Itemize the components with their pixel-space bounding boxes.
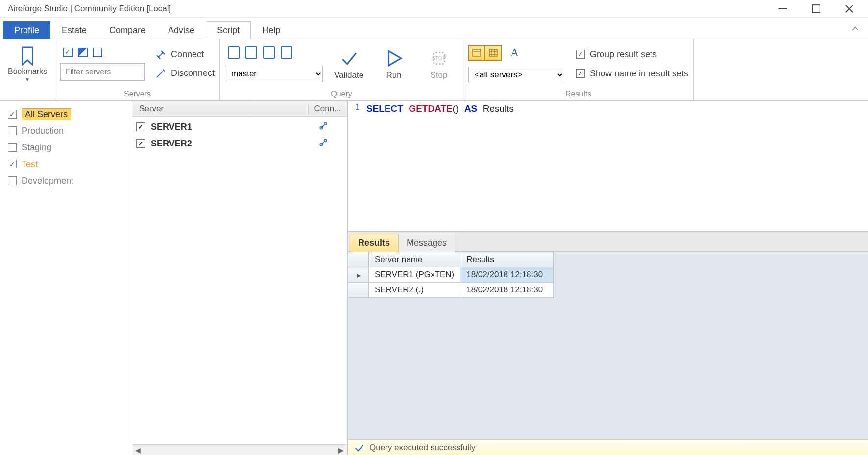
query-caption: Query (220, 89, 463, 100)
bookmarks-label[interactable]: Bookmarks (8, 67, 47, 76)
minimize-icon[interactable] (778, 4, 788, 14)
checkbox-icon: ✓ (8, 110, 17, 119)
checkbox-icon (8, 176, 17, 185)
row-header-corner (348, 252, 369, 267)
col-results[interactable]: Results (460, 252, 554, 267)
database-select[interactable]: master (225, 66, 323, 82)
text-results-icon[interactable]: A (506, 46, 519, 59)
group-results-checkbox[interactable]: ✓ Group result sets (576, 49, 688, 60)
table-view-icon[interactable] (485, 45, 502, 61)
checkbox-icon[interactable]: ✓ (136, 139, 145, 148)
svg-point-14 (320, 126, 322, 129)
env-item-development[interactable]: Development (8, 172, 124, 189)
maximize-icon[interactable] (811, 4, 821, 14)
servers-caption: Servers (55, 89, 219, 100)
result-row[interactable]: SERVER1 (PGxTEN) 18/02/2018 12:18:30 (348, 267, 554, 283)
svg-rect-1 (812, 5, 820, 13)
connect-button[interactable]: Connect (155, 49, 215, 60)
result-row[interactable]: SERVER2 (.) 18/02/2018 12:18:30 (348, 283, 554, 298)
svg-point-15 (324, 122, 327, 125)
checkbox-icon (8, 143, 17, 152)
menu-script[interactable]: Script (206, 21, 251, 39)
results-caption: Results (463, 89, 693, 100)
show-name-checkbox[interactable]: ✓ Show name in result sets (576, 69, 688, 79)
sql-code[interactable]: SELECT GETDATE() AS Results (362, 101, 868, 231)
row-header[interactable] (348, 267, 369, 283)
stop-icon: STOP (429, 48, 449, 69)
result-grid[interactable]: Server name Results SERVER1 (PGxTEN) 18/… (348, 252, 554, 298)
success-icon (354, 442, 364, 453)
open-query-icon[interactable] (245, 46, 257, 59)
menu-compare[interactable]: Compare (98, 21, 157, 39)
env-item-production[interactable]: Production (8, 122, 124, 139)
ribbon-collapse-icon[interactable] (843, 21, 868, 39)
menu-help[interactable]: Help (251, 21, 291, 39)
server-list-header: Server Conn... (132, 101, 347, 117)
env-item-staging[interactable]: Staging (8, 139, 124, 156)
invert-selection-icon[interactable] (78, 48, 88, 57)
ribbon-group-servers: Connect Disconnect Servers (55, 39, 220, 100)
main-panel: 1 SELECT GETDATE() AS Results Results Me… (348, 101, 868, 455)
stop-button: STOP Stop (420, 48, 458, 80)
menu-estate[interactable]: Estate (50, 21, 98, 39)
checkbox-icon[interactable]: ✓ (136, 122, 145, 131)
tab-messages[interactable]: Messages (398, 234, 455, 252)
svg-point-17 (324, 139, 327, 142)
checkbox-icon: ✓ (576, 50, 585, 59)
server-list-panel: Server Conn... ✓ SERVER1 ✓ SERVER2 ◀▶ (132, 101, 348, 455)
disconnect-icon (155, 68, 166, 79)
uncheck-all-icon[interactable] (93, 48, 102, 57)
validate-button[interactable]: Validate (330, 48, 368, 80)
bookmark-icon[interactable] (19, 46, 36, 66)
line-gutter: 1 (348, 101, 362, 231)
row-header[interactable] (348, 283, 369, 298)
svg-text:STOP: STOP (432, 55, 446, 61)
env-item-test[interactable]: ✓ Test (8, 156, 124, 172)
run-button[interactable]: Run (375, 48, 413, 80)
environments-panel: ✓ All Servers Production Staging ✓ Test … (0, 101, 132, 455)
status-bar: Query executed successfully (348, 439, 868, 455)
ribbon-group-bookmarks: Bookmarks ▼ (0, 39, 55, 100)
close-icon[interactable] (844, 4, 854, 14)
result-tab-strip: Results Messages (348, 232, 868, 252)
server-col-header[interactable]: Server (132, 104, 309, 114)
checkbox-icon (8, 126, 17, 135)
tab-results[interactable]: Results (350, 234, 398, 252)
grid-view-icon[interactable] (468, 45, 485, 61)
checkbox-icon: ✓ (576, 69, 585, 78)
window-title: Aireforge Studio | Community Edition [Lo… (4, 4, 171, 14)
sql-editor[interactable]: 1 SELECT GETDATE() AS Results (348, 101, 868, 232)
svg-rect-7 (473, 49, 481, 56)
svg-marker-4 (389, 51, 401, 65)
title-bar: Aireforge Studio | Community Edition [Lo… (0, 0, 868, 18)
chevron-down-icon[interactable]: ▼ (25, 77, 30, 82)
save-query-icon[interactable] (263, 46, 275, 59)
col-server-name[interactable]: Server name (369, 252, 460, 267)
ribbon-group-results: A <all servers> ✓ Group result sets ✓ Sh… (463, 39, 694, 100)
filter-servers-input[interactable] (60, 63, 145, 81)
disconnect-button[interactable]: Disconnect (155, 68, 215, 79)
server-row[interactable]: ✓ SERVER2 (136, 135, 343, 152)
check-all-icon[interactable] (63, 48, 73, 57)
ribbon: Bookmarks ▼ Connect (0, 39, 868, 101)
check-icon (338, 48, 359, 69)
svg-point-16 (320, 143, 322, 145)
server-row[interactable]: ✓ SERVER1 (136, 119, 343, 135)
menu-advise[interactable]: Advise (157, 21, 206, 39)
connect-icon (155, 49, 166, 60)
horizontal-scrollbar[interactable]: ◀▶ (132, 444, 347, 455)
play-icon (384, 48, 404, 69)
result-view-toggle[interactable] (468, 45, 502, 61)
result-server-select[interactable]: <all servers> (468, 67, 564, 83)
svg-rect-9 (489, 49, 497, 56)
status-message: Query executed successfully (369, 443, 475, 453)
checkbox-icon: ✓ (8, 160, 17, 168)
find-icon[interactable] (281, 46, 292, 59)
env-item-all[interactable]: ✓ All Servers (8, 106, 124, 122)
workspace: ✓ All Servers Production Staging ✓ Test … (0, 101, 868, 455)
conn-col-header[interactable]: Conn... (309, 104, 347, 114)
connected-icon (318, 121, 343, 133)
menu-profile[interactable]: Profile (3, 21, 50, 39)
ribbon-group-query: master Validate Run STOP Stop Query (220, 39, 463, 100)
new-query-icon[interactable] (228, 46, 240, 59)
